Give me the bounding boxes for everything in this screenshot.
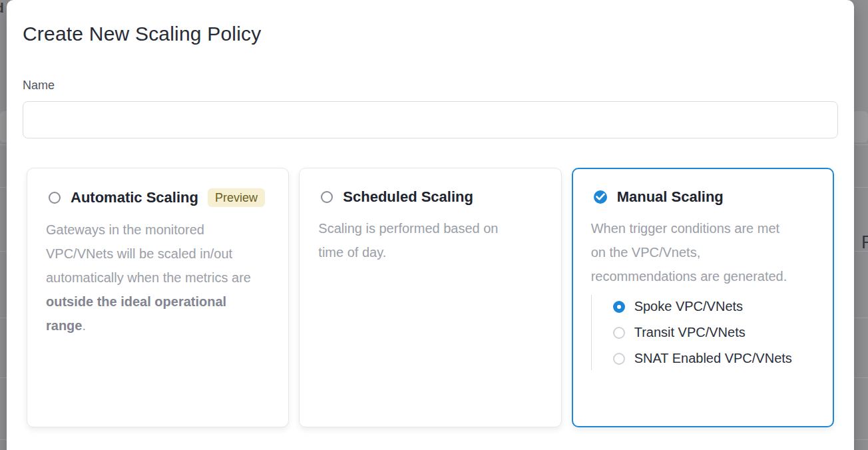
sub-option-spoke-vpc[interactable]: Spoke VPC/VNets (613, 299, 815, 314)
snat-enabled-vpc-radio[interactable] (613, 353, 625, 365)
manual-scaling-header: Manual Scaling (591, 188, 815, 206)
automatic-scaling-title: Automatic Scaling (71, 189, 198, 206)
scheduled-scaling-description: Scaling is performed based on time of da… (318, 216, 523, 264)
create-scaling-policy-modal: Create New Scaling Policy Name Automatic… (7, 0, 854, 450)
scaling-type-cards: Automatic Scaling Preview Gateways in th… (27, 168, 834, 427)
scheduled-scaling-radio[interactable] (321, 191, 333, 203)
automatic-scaling-description: Gateways in the monitored VPC/VNets will… (46, 218, 251, 338)
transit-vpc-radio[interactable] (613, 327, 625, 339)
preview-badge: Preview (208, 188, 265, 207)
automatic-scaling-header: Automatic Scaling Preview (46, 188, 270, 207)
scheduled-scaling-header: Scheduled Scaling (318, 188, 542, 206)
sub-option-transit-vpc[interactable]: Transit VPC/VNets (613, 325, 815, 340)
transit-vpc-label: Transit VPC/VNets (634, 325, 746, 340)
manual-scaling-title: Manual Scaling (617, 188, 724, 206)
description-text: Gateways in the monitored VPC/VNets will… (46, 222, 251, 285)
sub-option-snat-enabled-vpc[interactable]: SNAT Enabled VPC/VNets (613, 351, 815, 366)
background-text-fragment-left: d (0, 0, 4, 16)
automatic-scaling-radio[interactable] (49, 192, 61, 204)
scheduled-scaling-title: Scheduled Scaling (343, 188, 473, 206)
spoke-vpc-radio[interactable] (613, 301, 625, 313)
description-bold-text: outside the ideal operational range (46, 294, 226, 333)
option-card-scheduled-scaling[interactable]: Scheduled Scaling Scaling is performed b… (299, 168, 561, 427)
option-card-automatic-scaling[interactable]: Automatic Scaling Preview Gateways in th… (27, 168, 289, 427)
modal-title: Create New Scaling Policy (23, 23, 838, 45)
background-text-fragment-right: P (861, 232, 868, 253)
manual-scaling-description: When trigger conditions are met on the V… (591, 216, 796, 288)
description-text: . (82, 318, 86, 333)
vpc-type-options: Spoke VPC/VNets Transit VPC/VNets SNAT E… (591, 295, 815, 370)
name-input[interactable] (23, 101, 838, 138)
snat-enabled-vpc-label: SNAT Enabled VPC/VNets (634, 351, 792, 366)
manual-scaling-radio[interactable] (594, 190, 607, 204)
spoke-vpc-label: Spoke VPC/VNets (634, 299, 743, 314)
check-icon (596, 193, 605, 200)
name-field-label: Name (23, 79, 838, 93)
option-card-manual-scaling[interactable]: Manual Scaling When trigger conditions a… (572, 168, 834, 427)
